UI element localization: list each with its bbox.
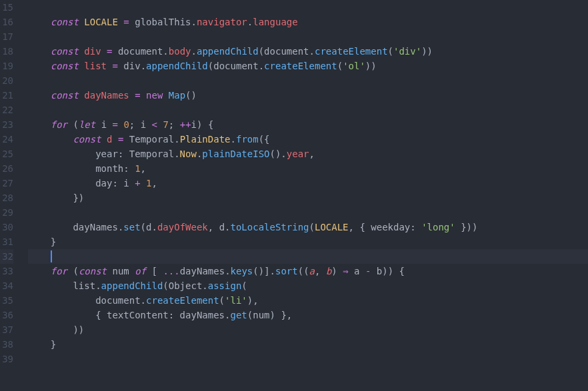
code-line[interactable]: const d = Temporal.PlainDate.from({ xyxy=(28,132,588,147)
code-line[interactable]: month: 1, xyxy=(28,161,588,176)
code-line[interactable]: year: Temporal.Now.plainDateISO().year, xyxy=(28,147,588,161)
code-line[interactable] xyxy=(28,73,588,88)
token: . xyxy=(231,134,236,145)
code-line[interactable]: } xyxy=(28,234,588,249)
token xyxy=(112,134,117,145)
code-line[interactable] xyxy=(28,205,588,220)
code-line[interactable] xyxy=(28,352,588,366)
code-line[interactable]: } xyxy=(28,337,588,352)
line-number: 32 xyxy=(0,249,13,264)
code-line[interactable]: }) xyxy=(28,191,588,205)
code-line[interactable]: const LOCALE = globalThis.navigator.lang… xyxy=(28,15,588,29)
code-line[interactable]: { textContent: dayNames.get(num) }, xyxy=(28,308,588,322)
line-number: 24 xyxy=(0,132,13,147)
code-line[interactable]: list.appendChild(Object.assign( xyxy=(28,278,588,293)
token: : xyxy=(410,222,421,232)
code-line[interactable] xyxy=(28,0,588,15)
token: dayNames xyxy=(180,310,225,320)
token: 'li' xyxy=(225,295,247,306)
code-line[interactable] xyxy=(28,103,588,117)
token xyxy=(371,266,376,276)
token: d xyxy=(219,222,225,232)
token: set xyxy=(123,222,140,232)
token: day xyxy=(95,178,112,189)
token: a xyxy=(354,266,359,276)
token: . xyxy=(151,222,157,232)
token: for xyxy=(51,119,67,130)
token: PlainDate xyxy=(180,134,231,145)
code-line[interactable]: const div = document.body.appendChild(do… xyxy=(28,44,588,59)
token: ( xyxy=(241,280,247,291)
code-line[interactable]: document.createElement('li'), xyxy=(28,293,588,308)
token: ) xyxy=(331,266,337,276)
token: ) xyxy=(247,295,253,306)
token: . xyxy=(309,46,315,57)
token: . xyxy=(163,46,168,57)
code-editor[interactable]: 1516171819202122232425262728293031323334… xyxy=(0,0,588,391)
token xyxy=(101,46,107,57)
token: } xyxy=(51,339,56,350)
token: navigator xyxy=(197,17,247,27)
token: document xyxy=(213,61,258,71)
token: . xyxy=(191,17,197,27)
token: . xyxy=(95,280,101,291)
token: . xyxy=(141,61,146,71)
token xyxy=(163,90,168,101)
token: } xyxy=(51,236,56,247)
token: , xyxy=(349,222,360,232)
line-number: 21 xyxy=(0,88,13,103)
token: ( xyxy=(337,61,343,71)
code-line[interactable]: )) xyxy=(28,322,588,337)
code-area[interactable]: const LOCALE = globalThis.navigator.lang… xyxy=(23,0,588,391)
code-line[interactable]: for (const num of [ ...dayNames.keys()].… xyxy=(28,264,588,278)
token: i xyxy=(191,119,197,130)
token: Temporal xyxy=(129,134,174,145)
token: const xyxy=(51,17,79,27)
code-line[interactable] xyxy=(28,29,588,44)
token: . xyxy=(225,266,230,276)
token: createElement xyxy=(146,295,219,306)
token: createElement xyxy=(264,61,337,71)
code-line[interactable]: day: i + 1, xyxy=(28,176,588,191)
token xyxy=(129,266,135,276)
code-line[interactable] xyxy=(28,249,588,264)
token: . xyxy=(141,295,146,306)
code-line[interactable]: for (let i = 0; i < 7; ++i) { xyxy=(28,117,588,132)
token: { xyxy=(399,266,405,276)
token: createElement xyxy=(315,46,388,57)
token: ( xyxy=(309,222,315,232)
token: (( xyxy=(298,266,309,276)
token: ( xyxy=(388,46,393,57)
token: language xyxy=(253,17,297,27)
line-number: 16 xyxy=(0,15,13,29)
token: })) xyxy=(461,222,477,232)
code-line[interactable]: dayNames.set(d.dayOfWeek, d.toLocaleStri… xyxy=(28,220,588,234)
code-line[interactable]: const dayNames = new Map() xyxy=(28,88,588,103)
line-number: 36 xyxy=(0,308,13,322)
token xyxy=(123,134,129,145)
token xyxy=(146,266,151,276)
line-number: 29 xyxy=(0,205,13,220)
token: . xyxy=(191,46,197,57)
token: ; xyxy=(169,119,180,130)
token: )) xyxy=(365,61,377,71)
token: }) xyxy=(73,193,84,203)
token: 0 xyxy=(123,119,129,130)
line-number: 23 xyxy=(0,117,13,132)
token: , xyxy=(315,266,326,276)
token: globalThis xyxy=(135,17,191,27)
line-number: 25 xyxy=(0,147,13,161)
token: . xyxy=(174,134,179,145)
line-number: 22 xyxy=(0,103,13,117)
token: textContent xyxy=(107,310,169,320)
token: ++ xyxy=(180,119,191,130)
code-line[interactable]: const list = div.appendChild(document.cr… xyxy=(28,59,588,73)
token: , xyxy=(152,178,157,189)
token: appendChild xyxy=(101,280,163,291)
token: for xyxy=(51,266,67,276)
token: ⇒ xyxy=(343,266,348,276)
token: { xyxy=(95,310,101,320)
token: , xyxy=(309,149,315,159)
token: appendChild xyxy=(197,46,259,57)
token: Map xyxy=(169,90,185,101)
